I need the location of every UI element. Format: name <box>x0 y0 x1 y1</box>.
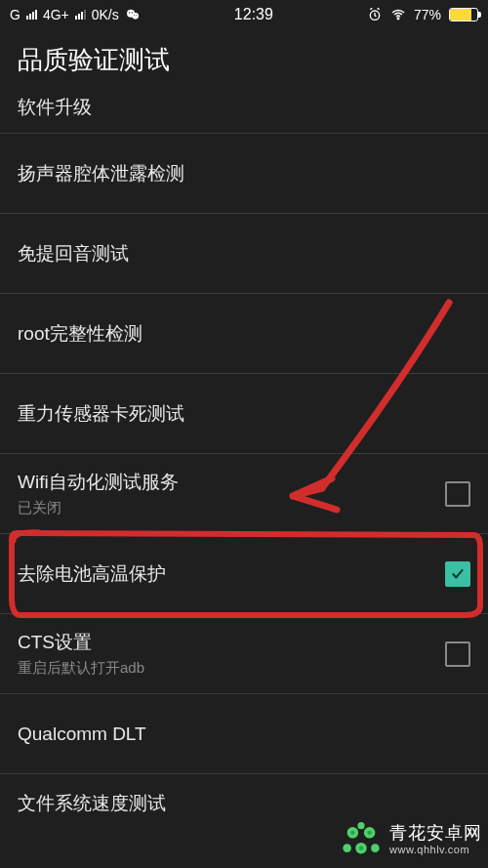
row-echo-test[interactable]: 免提回音测试 <box>0 214 488 294</box>
row-title: 文件系统速度测试 <box>18 791 166 816</box>
svg-point-3 <box>131 12 132 13</box>
status-clock: 12:39 <box>234 6 273 23</box>
row-title: root完整性检测 <box>18 321 142 347</box>
svg-point-11 <box>343 844 351 852</box>
watermark-name: 青花安卓网 <box>389 824 482 844</box>
row-title: 软件升级 <box>18 95 92 120</box>
data-speed: 0K/s <box>92 7 119 22</box>
svg-point-13 <box>357 822 364 829</box>
settings-list: 软件升级 扬声器腔体泄露检测 免提回音测试 root完整性检测 重力传感器卡死测… <box>0 95 488 833</box>
svg-point-4 <box>134 15 135 16</box>
status-left: G 4G+ 0K/s <box>10 7 141 22</box>
svg-point-1 <box>132 13 139 20</box>
row-remove-battery-protection[interactable]: 去除电池高温保护 <box>0 534 488 614</box>
row-qualcomm-dlt[interactable]: Qualcomm DLT <box>0 694 488 774</box>
row-title: Qualcomm DLT <box>18 723 146 745</box>
carrier-label: G <box>10 7 20 22</box>
svg-point-16 <box>359 846 363 849</box>
row-speaker-leak-test[interactable]: 扬声器腔体泄露检测 <box>0 134 488 214</box>
svg-point-7 <box>397 18 399 20</box>
svg-point-5 <box>136 15 137 16</box>
row-title: 重力传感器卡死测试 <box>18 401 184 427</box>
row-cts-settings[interactable]: CTS设置 重启后默认打开adb <box>0 614 488 694</box>
row-title: 免提回音测试 <box>18 241 129 267</box>
status-right: 77% <box>367 7 478 22</box>
watermark-logo-icon <box>339 817 384 862</box>
signal-bars-2-icon <box>75 10 86 20</box>
page-title: 品质验证测试 <box>0 29 488 95</box>
row-title: Wifi自动化测试服务 <box>18 470 179 495</box>
row-gravity-sensor[interactable]: 重力传感器卡死测试 <box>0 374 488 454</box>
row-title: 去除电池高温保护 <box>18 561 166 587</box>
wechat-icon <box>125 7 141 22</box>
row-subtitle: 重启后默认打开adb <box>18 659 144 678</box>
alarm-icon <box>367 7 383 22</box>
row-wifi-auto-test[interactable]: Wifi自动化测试服务 已关闭 <box>0 454 488 534</box>
battery-icon <box>449 8 478 21</box>
svg-point-12 <box>371 844 380 852</box>
wifi-icon <box>390 7 406 22</box>
svg-point-2 <box>129 12 130 13</box>
row-root-integrity[interactable]: root完整性检测 <box>0 294 488 374</box>
watermark-url: www.qhhlv.com <box>389 844 482 855</box>
row-subtitle: 已关闭 <box>18 499 179 517</box>
network-type: 4G+ <box>43 7 69 22</box>
svg-point-14 <box>350 831 354 835</box>
row-software-upgrade[interactable]: 软件升级 <box>0 95 488 134</box>
signal-bars-1-icon <box>26 10 37 20</box>
checkbox-battery-protection[interactable] <box>445 561 470 587</box>
battery-percent: 77% <box>414 7 441 22</box>
row-title: CTS设置 <box>18 630 144 655</box>
checkbox-wifi-auto[interactable] <box>445 481 470 507</box>
status-bar: G 4G+ 0K/s 12:39 77% <box>0 0 488 29</box>
checkbox-cts[interactable] <box>445 641 470 667</box>
row-title: 扬声器腔体泄露检测 <box>18 161 184 186</box>
watermark: 青花安卓网 www.qhhlv.com <box>339 817 482 862</box>
checkmark-icon <box>451 567 465 581</box>
svg-point-15 <box>367 831 371 835</box>
